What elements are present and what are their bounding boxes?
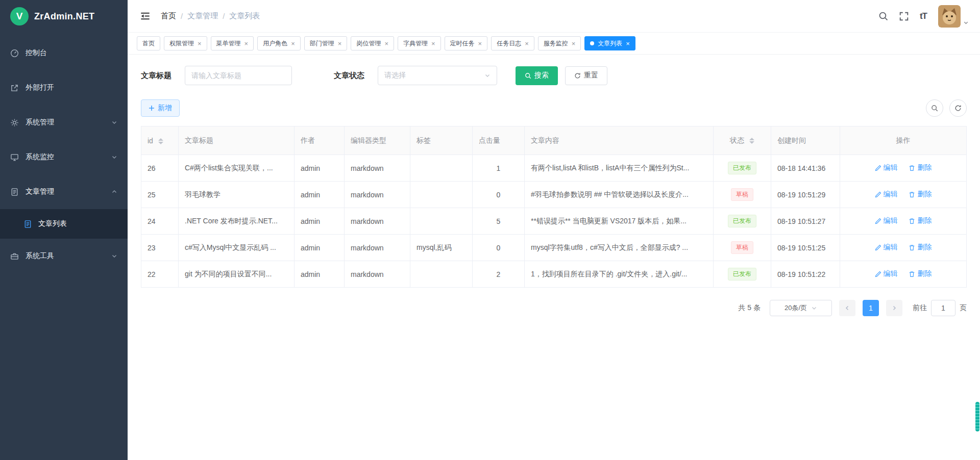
delete-article-link[interactable]: 删除 (909, 190, 932, 199)
sidebar-item-label: 系统监控 (26, 152, 54, 162)
article-title-input[interactable] (185, 66, 292, 85)
next-page-button[interactable] (886, 300, 902, 316)
avatar (938, 5, 961, 28)
pagination: 共 5 条 20条/页 1 前往 页 (141, 300, 967, 316)
cell-created: 08-19 10:51:22 (771, 261, 840, 288)
sidebar-item-external-open[interactable]: 外部打开 (0, 70, 128, 105)
fullscreen-icon[interactable] (899, 12, 909, 21)
sidebar-item-article-manage[interactable]: 文章管理 (0, 174, 128, 209)
column-header-status[interactable]: 状态 (714, 126, 771, 155)
cell-status: 草稿 (714, 235, 771, 261)
cell-ops: 编辑 删除 (840, 208, 967, 235)
search-button[interactable]: 搜索 (516, 66, 558, 85)
column-header-author: 作者 (295, 126, 345, 155)
close-icon[interactable]: × (572, 40, 576, 47)
delete-article-link[interactable]: 删除 (909, 269, 932, 278)
toggle-search-icon[interactable] (926, 99, 943, 117)
sidebar-item-label: 文章列表 (38, 219, 67, 228)
tab-dept-manage[interactable]: 部门管理 × (304, 36, 348, 50)
pagination-total: 共 5 条 (738, 303, 761, 313)
breadcrumb-article-manage[interactable]: 文章管理 (187, 11, 218, 21)
plus-icon (149, 105, 155, 111)
prev-page-button[interactable] (839, 300, 855, 316)
topbar: 首页 / 文章管理 / 文章列表 tT (128, 0, 980, 33)
breadcrumb-home[interactable]: 首页 (161, 11, 176, 21)
cell-created: 08-18 14:41:36 (771, 155, 840, 182)
search-icon[interactable] (878, 11, 888, 21)
edit-article-link[interactable]: 编辑 (875, 243, 898, 252)
tab-scheduled-task[interactable]: 定时任务 × (445, 36, 488, 50)
user-menu[interactable] (938, 5, 969, 28)
delete-article-link[interactable]: 删除 (909, 163, 932, 172)
cell-clicks: 1 (473, 155, 525, 182)
breadcrumb: 首页 / 文章管理 / 文章列表 (161, 11, 260, 21)
tab-user-role[interactable]: 用户角色 × (257, 36, 301, 50)
collapse-sidebar-icon[interactable] (140, 11, 151, 21)
close-icon[interactable]: × (198, 40, 202, 47)
cell-title: C#两个list集合实现关联，... (179, 155, 295, 182)
dashboard-icon (10, 49, 19, 58)
tab-service-monitor[interactable]: 服务监控 × (538, 36, 581, 50)
column-header-id[interactable]: id (141, 126, 179, 155)
document-icon (23, 220, 32, 228)
cell-id: 26 (141, 155, 179, 182)
sidebar: V ZrAdmin.NET 控制台 外部打开 系统管理 (0, 0, 128, 460)
page-content: 文章标题 文章状态 请选择 搜索 (128, 55, 980, 460)
sidebar-item-system-monitor[interactable]: 系统监控 (0, 140, 128, 174)
article-status-select[interactable]: 请选择 (378, 66, 497, 85)
edit-article-link[interactable]: 编辑 (875, 190, 898, 199)
page-number-1[interactable]: 1 (863, 300, 879, 316)
tab-article-list[interactable]: 文章列表 × (584, 36, 635, 50)
edit-article-link[interactable]: 编辑 (875, 216, 898, 225)
tab-permission-manage[interactable]: 权限管理 × (164, 36, 207, 50)
sidebar-item-article-list[interactable]: 文章列表 (0, 209, 128, 239)
close-icon[interactable]: × (384, 40, 388, 47)
sidebar-item-dashboard[interactable]: 控制台 (0, 36, 128, 70)
goto-label: 前往 (913, 303, 927, 313)
tab-menu-manage[interactable]: 菜单管理 × (211, 36, 254, 50)
edit-article-link[interactable]: 编辑 (875, 163, 898, 172)
close-icon[interactable]: × (525, 40, 529, 47)
chevron-down-icon (111, 154, 117, 160)
close-icon[interactable]: × (431, 40, 435, 47)
reset-button[interactable]: 重置 (565, 66, 607, 85)
cell-editor: markdown (345, 235, 410, 261)
tab-dict-manage[interactable]: 字典管理 × (398, 36, 441, 50)
cell-ops: 编辑 删除 (840, 261, 967, 288)
goto-page-input[interactable] (931, 300, 955, 316)
app-logo[interactable]: V ZrAdmin.NET (0, 0, 128, 33)
app-root: V ZrAdmin.NET 控制台 外部打开 系统管理 (0, 0, 980, 460)
cell-id: 22 (141, 261, 179, 288)
close-icon[interactable]: × (626, 40, 630, 47)
table-header-row: id 文章标题 作者 编辑器类型 标签 点击量 文章内容 状态 创 (141, 126, 967, 155)
close-icon[interactable]: × (478, 40, 482, 47)
cell-id: 23 (141, 235, 179, 261)
table-row: 25 羽毛球教学 admin markdown 0 #羽毛球拍参数说明 ## 中… (141, 182, 967, 208)
sidebar-item-system-manage[interactable]: 系统管理 (0, 105, 128, 140)
add-article-button[interactable]: 新增 (141, 99, 180, 117)
close-icon[interactable]: × (244, 40, 249, 47)
tab-task-log[interactable]: 任务日志 × (491, 36, 534, 50)
cell-clicks: 0 (473, 235, 525, 261)
edit-article-link[interactable]: 编辑 (875, 269, 898, 278)
delete-article-link[interactable]: 删除 (909, 243, 932, 252)
goto-page: 前往 页 (913, 300, 967, 316)
close-icon[interactable]: × (291, 40, 295, 47)
refresh-table-icon[interactable] (949, 99, 967, 117)
tab-post-manage[interactable]: 岗位管理 × (351, 36, 394, 50)
cell-ops: 编辑 删除 (840, 182, 967, 208)
cell-tags (410, 182, 473, 208)
delete-article-link[interactable]: 删除 (909, 216, 932, 225)
font-size-icon[interactable]: tT (920, 11, 927, 21)
sidebar-item-system-tools[interactable]: 系统工具 (0, 239, 128, 273)
page-size-select[interactable]: 20条/页 (770, 300, 832, 316)
external-link-icon (10, 84, 19, 92)
sidebar-item-label: 系统管理 (26, 118, 54, 127)
scrollbar-thumb[interactable] (975, 402, 979, 431)
main-area: 首页 / 文章管理 / 文章列表 tT (128, 0, 980, 460)
cell-content: #羽毛球拍参数说明 ## 中管软硬选择以及长度介... (525, 182, 714, 208)
table-row: 22 git 为不同的项目设置不同... admin markdown 2 1，… (141, 261, 967, 288)
close-icon[interactable]: × (338, 40, 342, 47)
filter-form: 文章标题 文章状态 请选择 搜索 (141, 66, 967, 85)
tab-home[interactable]: 首页 (137, 36, 160, 50)
